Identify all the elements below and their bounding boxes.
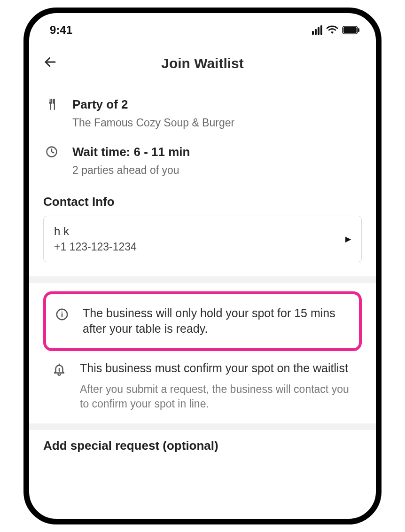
hold-spot-row: The business will only hold your spot fo… [51, 301, 352, 342]
contact-name: h k [54, 225, 137, 238]
chevron-right-icon: ▶ [345, 235, 351, 243]
party-size: Party of 2 [72, 97, 362, 113]
status-bar: 9:41 [29, 13, 376, 39]
battery-icon [342, 26, 360, 34]
contact-info-heading: Contact Info [43, 181, 362, 216]
status-right [312, 25, 360, 35]
section-divider [29, 276, 376, 283]
notices-section: The business will only hold your spot fo… [29, 291, 376, 411]
bell-icon [50, 360, 69, 376]
hold-spot-text: The business will only hold your spot fo… [83, 305, 350, 337]
device-frame: 9:41 [23, 8, 382, 524]
restaurant-name: The Famous Cozy Soup & Burger [72, 116, 362, 130]
back-button[interactable] [43, 55, 57, 73]
party-row: Party of 2 The Famous Cozy Soup & Burger [43, 86, 362, 134]
wifi-icon [326, 25, 338, 35]
special-request-heading: Add special request (optional) [29, 430, 376, 453]
status-time: 9:41 [50, 23, 72, 37]
parties-ahead: 2 parties ahead of you [72, 163, 362, 178]
nav-bar: Join Waitlist [29, 39, 376, 78]
contact-card[interactable]: h k +1 123-123-1234 ▶ [43, 216, 362, 262]
cellular-signal-icon [312, 25, 322, 35]
confirm-row: This business must confirm your spot on … [43, 351, 362, 411]
wait-row: Wait time: 6 - 11 min 2 parties ahead of… [43, 134, 362, 181]
page-title: Join Waitlist [43, 55, 362, 71]
confirm-title: This business must confirm your spot on … [80, 360, 355, 376]
svg-rect-1 [343, 27, 357, 33]
svg-rect-2 [358, 28, 359, 32]
section-divider [29, 423, 376, 430]
reservation-details: Party of 2 The Famous Cozy Soup & Burger… [29, 78, 376, 262]
restaurant-icon [43, 97, 60, 111]
confirm-subtext: After you submit a request, the business… [80, 382, 355, 411]
contact-phone: +1 123-123-1234 [54, 241, 137, 253]
info-icon [53, 305, 71, 321]
hold-spot-highlight: The business will only hold your spot fo… [43, 291, 362, 352]
wait-time: Wait time: 6 - 11 min [72, 144, 362, 160]
clock-icon [43, 144, 60, 158]
svg-point-7 [62, 311, 63, 313]
